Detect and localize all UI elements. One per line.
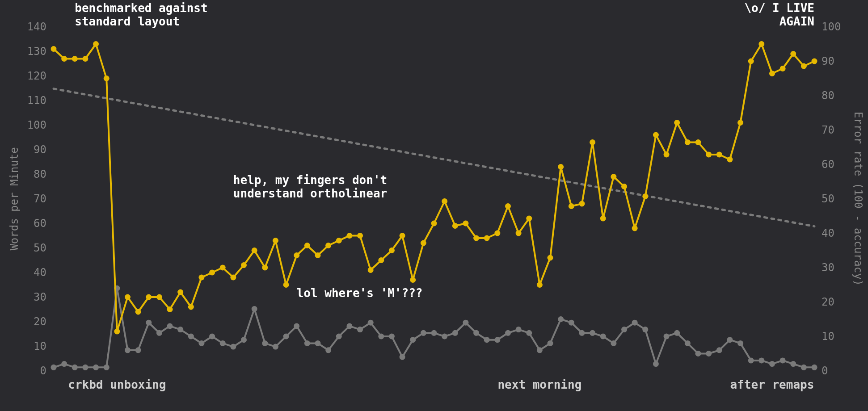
annotation: benchmarked against bbox=[75, 1, 207, 15]
point-error_rate bbox=[294, 323, 299, 329]
point-error_rate bbox=[769, 361, 775, 367]
point-wpm bbox=[230, 275, 236, 281]
point-error_rate bbox=[516, 327, 522, 332]
ytick-left: 90 bbox=[34, 143, 46, 156]
point-error_rate bbox=[198, 340, 204, 346]
point-wpm bbox=[494, 231, 500, 236]
point-wpm bbox=[727, 157, 733, 163]
ytick-left: 0 bbox=[40, 365, 46, 377]
point-wpm bbox=[579, 201, 585, 207]
typing-speed-chart: 0102030405060708090100110120130140010203… bbox=[0, 0, 868, 411]
point-wpm bbox=[198, 275, 204, 281]
point-wpm bbox=[209, 270, 215, 276]
point-error_rate bbox=[357, 327, 363, 332]
point-wpm bbox=[273, 238, 278, 243]
point-wpm bbox=[664, 152, 670, 158]
point-wpm bbox=[431, 221, 437, 226]
point-wpm bbox=[463, 221, 468, 226]
point-wpm bbox=[611, 174, 616, 180]
trend-line bbox=[54, 89, 814, 226]
point-error_rate bbox=[812, 365, 817, 370]
point-error_rate bbox=[220, 340, 226, 346]
point-wpm bbox=[706, 152, 712, 158]
point-wpm bbox=[325, 243, 331, 248]
point-error_rate bbox=[188, 334, 194, 340]
ytick-left: 10 bbox=[34, 340, 46, 352]
ytick-left: 110 bbox=[27, 94, 46, 107]
point-wpm bbox=[252, 247, 257, 253]
point-error_rate bbox=[611, 340, 616, 346]
point-wpm bbox=[346, 233, 352, 239]
point-wpm bbox=[389, 247, 395, 253]
point-error_rate bbox=[368, 320, 374, 326]
ytick-right: 0 bbox=[822, 365, 828, 377]
point-wpm bbox=[357, 233, 363, 239]
point-wpm bbox=[167, 306, 173, 312]
point-wpm bbox=[400, 233, 405, 239]
point-wpm bbox=[315, 252, 320, 258]
point-error_rate bbox=[230, 344, 236, 350]
point-wpm bbox=[114, 329, 120, 335]
point-error_rate bbox=[93, 365, 99, 370]
point-error_rate bbox=[685, 340, 691, 346]
point-error_rate bbox=[664, 334, 670, 340]
point-error_rate bbox=[378, 334, 384, 340]
point-wpm bbox=[104, 75, 110, 81]
point-wpm bbox=[421, 240, 426, 246]
point-error_rate bbox=[61, 361, 67, 367]
point-wpm bbox=[93, 41, 99, 47]
point-wpm bbox=[600, 216, 606, 222]
point-wpm bbox=[442, 198, 447, 204]
point-error_rate bbox=[748, 357, 754, 363]
ytick-right: 90 bbox=[822, 55, 834, 67]
point-wpm bbox=[72, 56, 78, 62]
point-wpm bbox=[537, 282, 543, 288]
point-error_rate bbox=[780, 357, 786, 363]
point-wpm bbox=[156, 294, 162, 300]
point-error_rate bbox=[579, 330, 585, 336]
point-wpm bbox=[558, 164, 564, 170]
point-wpm bbox=[801, 63, 807, 69]
ytick-left: 20 bbox=[34, 315, 46, 328]
point-wpm bbox=[484, 235, 490, 241]
point-wpm bbox=[653, 132, 659, 138]
point-error_rate bbox=[695, 351, 701, 356]
point-error_rate bbox=[463, 320, 468, 326]
annotation: lol where's 'M'??? bbox=[297, 286, 423, 300]
point-error_rate bbox=[505, 330, 511, 336]
ytick-right: 60 bbox=[822, 158, 834, 171]
point-wpm bbox=[135, 309, 141, 315]
point-error_rate bbox=[241, 337, 247, 343]
point-wpm bbox=[452, 223, 458, 229]
point-error_rate bbox=[421, 330, 426, 336]
ytick-right: 40 bbox=[822, 227, 834, 239]
series-wpm bbox=[54, 44, 814, 332]
ytick-right: 70 bbox=[822, 124, 834, 136]
y-axis-label-left: Words per Minute bbox=[8, 147, 21, 250]
point-wpm bbox=[262, 265, 268, 271]
point-error_rate bbox=[737, 340, 743, 346]
point-wpm bbox=[61, 56, 67, 62]
point-error_rate bbox=[642, 327, 648, 332]
point-wpm bbox=[642, 193, 648, 199]
x-annotation: after remaps bbox=[730, 378, 814, 391]
ytick-right: 10 bbox=[822, 330, 834, 343]
point-error_rate bbox=[346, 323, 352, 329]
point-wpm bbox=[812, 59, 817, 64]
point-wpm bbox=[758, 41, 764, 47]
point-wpm bbox=[188, 304, 194, 310]
point-wpm bbox=[590, 139, 595, 145]
x-annotation: next morning bbox=[497, 378, 581, 391]
point-wpm bbox=[505, 203, 511, 209]
ytick-right: 30 bbox=[822, 261, 834, 274]
point-wpm bbox=[294, 252, 299, 258]
point-wpm bbox=[125, 294, 131, 300]
point-error_rate bbox=[790, 361, 796, 367]
point-wpm bbox=[177, 289, 183, 295]
point-wpm bbox=[737, 120, 743, 126]
point-wpm bbox=[780, 66, 786, 71]
point-error_rate bbox=[283, 334, 289, 340]
point-error_rate bbox=[325, 347, 331, 353]
point-error_rate bbox=[209, 334, 215, 340]
point-wpm bbox=[473, 235, 479, 241]
